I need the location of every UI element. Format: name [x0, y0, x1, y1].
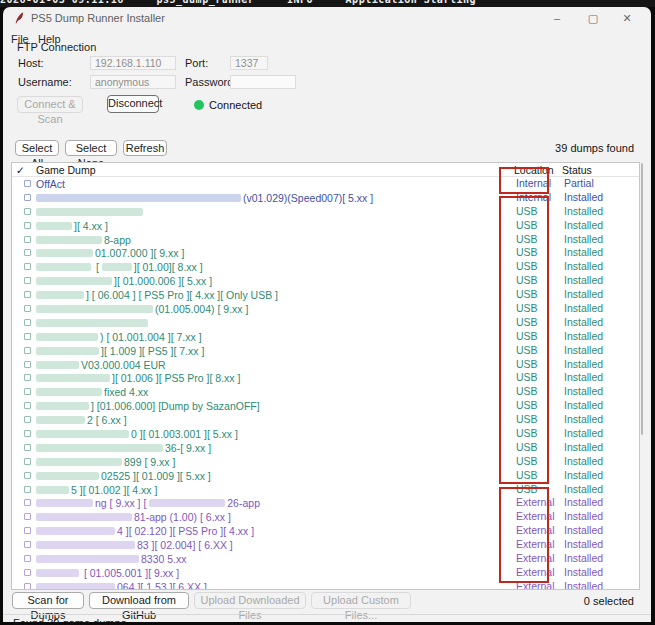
row-checkbox[interactable] — [24, 194, 31, 201]
redacted-name-blur — [36, 569, 79, 577]
row-checkbox[interactable] — [24, 388, 31, 395]
scan-for-dumps-button[interactable]: Scan for Dumps — [12, 592, 84, 609]
row-checkbox[interactable] — [24, 402, 31, 409]
row-checkbox[interactable] — [24, 430, 31, 437]
game-dump-name-text: 01.007.000 ][ 9.xx ] — [95, 247, 184, 259]
row-checkbox[interactable] — [24, 249, 31, 256]
status-cell: Installed — [564, 538, 603, 552]
row-checkbox[interactable] — [24, 222, 31, 229]
row-checkbox[interactable] — [24, 347, 31, 354]
close-button[interactable]: ✕ — [613, 9, 641, 28]
status-cell: Installed — [564, 524, 603, 538]
table-scrollbar[interactable] — [641, 163, 643, 435]
password-label: Password: — [185, 76, 236, 88]
host-label: Host: — [18, 57, 44, 69]
row-checkbox[interactable] — [24, 555, 31, 562]
connected-status-dot — [194, 100, 204, 110]
game-dump-name-text: 5 ][ 01.002 ][ 4.xx ] — [71, 484, 157, 496]
redacted-name-blur — [36, 305, 153, 313]
status-cell: Partial — [564, 177, 594, 191]
game-dump-name: ng [ 9.xx ] [ 26-app — [36, 496, 260, 510]
header-game-dump[interactable]: Game Dump — [36, 164, 96, 176]
redacted-name-blur — [36, 361, 79, 369]
game-dump-name: (v01.029)(Speed007)[ 5.xx ] — [36, 191, 373, 205]
upload-downloaded-files-button[interactable]: Upload Downloaded Files — [194, 592, 306, 609]
game-dump-name: 0 ][ 01.003.001 ][ 5.xx ] — [36, 427, 238, 441]
maximize-button[interactable]: ▢ — [579, 9, 607, 28]
password-input[interactable] — [230, 75, 296, 89]
row-checkbox[interactable] — [24, 416, 31, 423]
row-checkbox[interactable] — [24, 277, 31, 284]
redacted-name-blur — [36, 416, 85, 424]
row-checkbox[interactable] — [24, 444, 31, 451]
port-input[interactable] — [230, 56, 268, 70]
select-none-button[interactable]: Select None — [65, 140, 117, 156]
disconnect-button[interactable]: Disconnect — [107, 95, 159, 113]
game-dump-name-text: ][ 1.009 ][ PS5 ][ 7.xx ] — [101, 345, 204, 357]
game-dump-name-text: 02525 ][ 01.009 ][ 5.xx ] — [101, 470, 211, 482]
row-checkbox[interactable] — [24, 263, 31, 270]
game-dump-name-text: 83 ][ 02.004] [ 6.XX ] — [137, 539, 233, 551]
row-checkbox[interactable] — [24, 305, 31, 312]
status-cell: Installed — [564, 552, 603, 566]
row-checkbox[interactable] — [24, 499, 31, 506]
row-checkbox[interactable] — [24, 513, 31, 520]
row-checkbox[interactable] — [24, 569, 31, 576]
header-check[interactable]: ✓ — [16, 164, 25, 176]
select-all-button[interactable]: Select All — [15, 140, 59, 156]
game-dump-name-text: ][ 4.xx ] — [74, 220, 108, 232]
game-dump-name: 8-app — [36, 233, 131, 247]
row-checkbox[interactable] — [24, 458, 31, 465]
game-dump-name: 899 [ 9.xx ] — [36, 455, 175, 469]
row-checkbox[interactable] — [24, 319, 31, 326]
row-checkbox[interactable] — [24, 486, 31, 493]
row-checkbox[interactable] — [24, 333, 31, 340]
game-dump-name: 2 [ 6.xx ] — [36, 413, 127, 427]
row-checkbox[interactable] — [24, 236, 31, 243]
row-checkbox[interactable] — [24, 472, 31, 479]
status-cell: Installed — [564, 219, 603, 233]
game-dump-name: ][ 4.xx ] — [36, 219, 108, 233]
redacted-name-blur — [36, 222, 72, 230]
redacted-name-blur — [36, 541, 135, 549]
game-dump-name-text: [ 01.005.001 ][ 9.xx ] — [81, 567, 179, 579]
username-input[interactable] — [90, 75, 176, 89]
host-input[interactable] — [90, 56, 176, 70]
connect-scan-button[interactable]: Connect & Scan — [17, 96, 83, 113]
status-cell: Installed — [564, 302, 603, 316]
row-checkbox[interactable] — [24, 361, 31, 368]
download-from-github-button[interactable]: Download from GitHub — [89, 592, 189, 609]
status-cell: Installed — [564, 510, 603, 524]
refresh-button[interactable]: Refresh — [123, 140, 167, 156]
game-dump-name-text: 4 ][ 02.120 ][ PS5 Pro ][ 4.xx ] — [117, 525, 254, 537]
row-checkbox[interactable] — [24, 583, 31, 590]
row-checkbox[interactable] — [24, 180, 31, 187]
status-cell: Installed — [564, 316, 603, 330]
header-status[interactable]: Status — [562, 164, 592, 176]
dumps-found-label: 39 dumps found — [555, 142, 634, 154]
redacted-name-blur — [36, 374, 110, 382]
minimize-button[interactable]: – — [543, 9, 571, 28]
game-dump-name: ] [01.006.000] [Dump by SazanOFF] — [36, 399, 260, 413]
row-checkbox[interactable] — [24, 527, 31, 534]
row-checkbox[interactable] — [24, 374, 31, 381]
upload-custom-files-button[interactable]: Upload Custom Files... — [311, 592, 411, 609]
game-dump-name: V03.000.004 EUR — [36, 358, 166, 372]
red-annotation-box-internal — [499, 167, 549, 194]
redacted-name-blur — [36, 513, 132, 521]
redacted-name-blur — [102, 263, 132, 271]
status-cell: Installed — [564, 205, 603, 219]
redacted-name-blur — [36, 486, 69, 494]
status-cell: Installed — [564, 260, 603, 274]
game-dump-name: 36-[ 9.xx ] — [36, 441, 211, 455]
game-dump-name-text: OffAct — [36, 178, 65, 190]
row-checkbox[interactable] — [24, 291, 31, 298]
redacted-name-blur — [36, 277, 112, 285]
red-annotation-box-usb — [499, 196, 549, 484]
game-dump-name-text: ] [01.006.000] [Dump by SazanOFF] — [91, 400, 260, 412]
console-log-line: 2026-01-03 09:11:16 ps5_dump_runner INFO… — [0, 0, 655, 5]
port-label: Port: — [185, 57, 208, 69]
row-checkbox[interactable] — [24, 541, 31, 548]
row-checkbox[interactable] — [24, 208, 31, 215]
status-cell: Installed — [564, 344, 603, 358]
